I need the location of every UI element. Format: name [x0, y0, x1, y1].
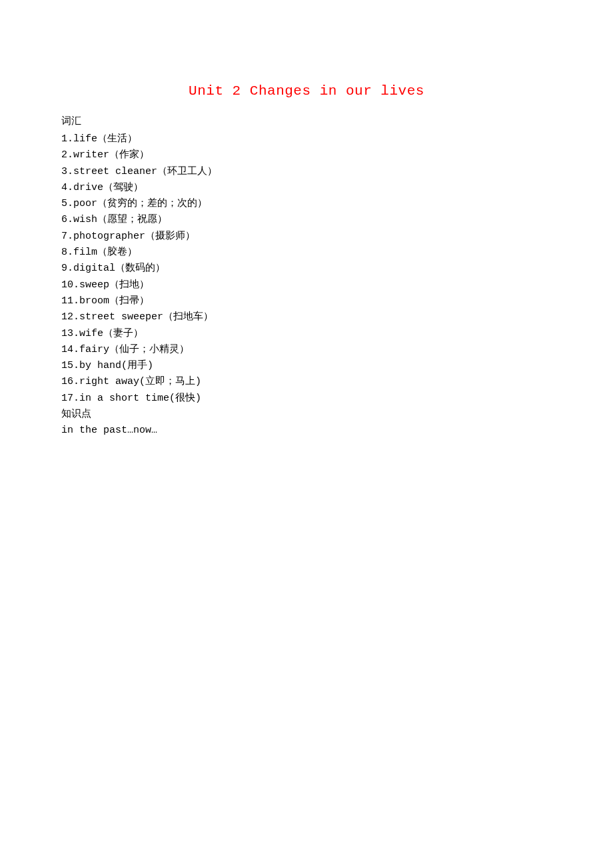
vocab-item: 2.writer（作家） [61, 147, 553, 163]
vocab-item: 6.wish（愿望；祝愿） [61, 212, 553, 228]
vocab-item: 17.in a short time(很快) [61, 391, 553, 407]
vocab-item: 8.film（胶卷） [61, 245, 553, 261]
vocab-item: 4.drive（驾驶） [61, 180, 553, 196]
vocab-item: 11.broom（扫帚） [61, 293, 553, 309]
page-title: Unit 2 Changes in our lives [60, 83, 553, 99]
section-heading: 词汇 [61, 115, 553, 127]
vocab-item: 9.digital（数码的） [61, 261, 553, 277]
vocab-item: 13.wife（妻子） [61, 326, 553, 342]
knowledge-item: in the past…now… [61, 423, 553, 439]
vocab-item: 5.poor（贫穷的；差的；次的） [61, 196, 553, 212]
vocab-item: 7.photographer（摄影师） [61, 229, 553, 245]
subsection-heading: 知识点 [61, 407, 553, 423]
vocab-item: 3.street cleaner（环卫工人） [61, 164, 553, 180]
vocab-item: 15.by hand(用手) [61, 358, 553, 374]
vocab-item: 16.right away(立即；马上) [61, 374, 553, 390]
content-area: 词汇 1.life（生活） 2.writer（作家） 3.street clea… [60, 115, 553, 439]
vocab-item: 10.sweep（扫地） [61, 277, 553, 293]
vocab-item: 1.life（生活） [61, 131, 553, 147]
vocab-item: 12.street sweeper（扫地车） [61, 309, 553, 325]
vocab-item: 14.fairy（仙子；小精灵） [61, 342, 553, 358]
